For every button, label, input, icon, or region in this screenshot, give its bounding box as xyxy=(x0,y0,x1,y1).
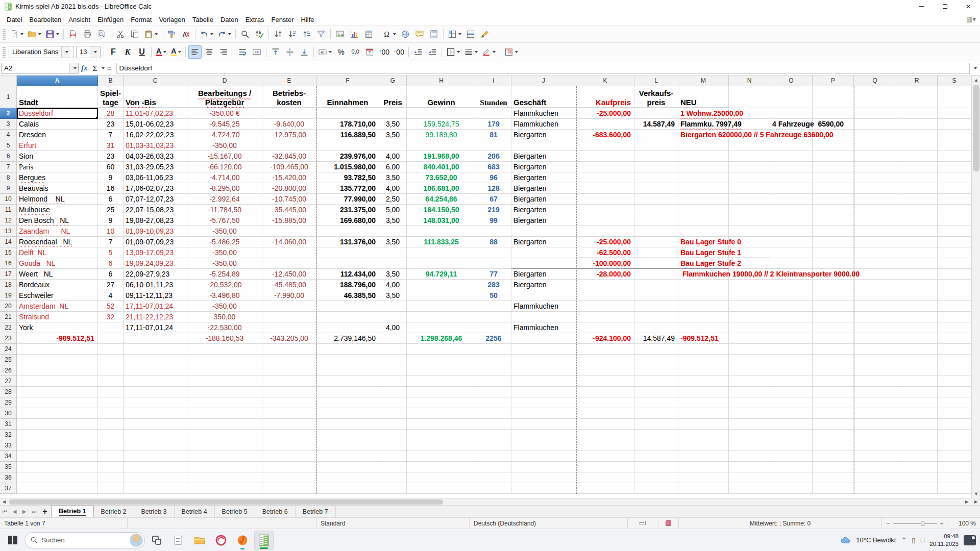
cell-E12[interactable]: -15.885,00 xyxy=(262,215,316,226)
cell-I21[interactable] xyxy=(476,312,511,322)
cell-S25[interactable] xyxy=(938,355,971,365)
cell-L1[interactable]: Verkaufs-preis xyxy=(634,86,678,108)
cell-G31[interactable] xyxy=(379,419,407,430)
cell-G9[interactable]: 4,00 xyxy=(379,183,407,194)
cell-I31[interactable] xyxy=(476,419,511,430)
cell-J10[interactable]: Biergarten xyxy=(511,194,576,205)
freeze-panes-button-dropdown[interactable] xyxy=(458,33,461,35)
cell-K2[interactable]: -25.000,00 xyxy=(576,108,634,119)
highlighting-color-button[interactable]: A xyxy=(169,45,183,59)
cell-E4[interactable]: -12.975,00 xyxy=(262,130,316,140)
cell-M20[interactable] xyxy=(678,301,729,312)
cell-K4[interactable]: -683.600,00 xyxy=(576,130,634,140)
cell-N25[interactable] xyxy=(729,355,770,365)
cell-G18[interactable]: 4,00 xyxy=(379,280,407,290)
cell-R20[interactable] xyxy=(896,301,938,312)
cell-B6[interactable]: 23 xyxy=(98,151,124,162)
cell-J29[interactable] xyxy=(511,397,576,408)
cell-S37[interactable] xyxy=(938,483,971,494)
cell-Q18[interactable] xyxy=(854,280,896,290)
cell-M18[interactable] xyxy=(678,280,729,290)
cell-G21[interactable] xyxy=(379,312,407,322)
cell-E15[interactable] xyxy=(262,247,316,258)
file-explorer-icon[interactable] xyxy=(190,531,209,550)
cell-G7[interactable]: 6,00 xyxy=(379,162,407,172)
cell-B22[interactable] xyxy=(98,322,124,333)
cell-D28[interactable] xyxy=(187,387,262,397)
cell-E19[interactable]: -7.990,00 xyxy=(262,290,316,301)
weather-text[interactable]: 10°C Bewölkt xyxy=(856,536,896,544)
cell-M4[interactable]: Biergarten 620000,00 // 5 Fahrzeuge 6360… xyxy=(678,130,729,140)
cell-N6[interactable] xyxy=(729,151,770,162)
cell-F21[interactable] xyxy=(316,312,379,322)
cell-P35[interactable] xyxy=(813,462,854,472)
cell-J20[interactable]: Flammkuchen xyxy=(511,301,576,312)
cell-Q28[interactable] xyxy=(854,387,896,397)
cell-M23[interactable]: -909.512,51 xyxy=(678,333,729,344)
cell-I32[interactable] xyxy=(476,430,511,440)
cell-S28[interactable] xyxy=(938,387,971,397)
document-modified-icon[interactable] xyxy=(658,518,679,529)
cell-P8[interactable] xyxy=(813,172,854,183)
cell-Q5[interactable] xyxy=(854,140,896,151)
cell-G36[interactable] xyxy=(379,472,407,483)
scroll-right-arrow[interactable]: ▶ xyxy=(963,499,971,504)
start-button[interactable] xyxy=(4,532,21,549)
cell-B8[interactable]: 9 xyxy=(98,172,124,183)
row-header-1[interactable]: 1 xyxy=(0,86,17,108)
cell-P25[interactable] xyxy=(813,355,854,365)
cell-I4[interactable]: 81 xyxy=(476,130,511,140)
cell-S34[interactable] xyxy=(938,451,971,462)
cell-F2[interactable] xyxy=(316,108,379,119)
cell-K17[interactable]: -28.000,00 xyxy=(576,269,634,280)
cell-K14[interactable]: -25.000,00 xyxy=(576,237,634,247)
cell-I33[interactable] xyxy=(476,440,511,451)
cell-F34[interactable] xyxy=(316,451,379,462)
horizontal-scrollbar[interactable]: ◀ ▶ ▶ xyxy=(0,498,980,505)
cell-A3[interactable]: Calais xyxy=(17,119,98,130)
cell-S19[interactable] xyxy=(938,290,971,301)
row-header-26[interactable]: 26 xyxy=(0,365,17,376)
cell-C9[interactable]: 17,06-02,07,23 xyxy=(124,183,187,194)
cell-M6[interactable] xyxy=(678,151,729,162)
cell-H13[interactable] xyxy=(407,226,476,237)
cell-C22[interactable]: 17,11-07,01,24 xyxy=(124,322,187,333)
undo-button-dropdown[interactable] xyxy=(210,33,213,35)
sort-button[interactable] xyxy=(272,28,285,41)
cell-L10[interactable] xyxy=(634,194,678,205)
cell-P10[interactable] xyxy=(813,194,854,205)
cell-K21[interactable] xyxy=(576,312,634,322)
network-display-icon[interactable]: ⌸ xyxy=(920,536,924,544)
cell-M11[interactable] xyxy=(678,205,729,215)
cell-Q14[interactable] xyxy=(854,237,896,247)
cell-H29[interactable] xyxy=(407,397,476,408)
cell-M7[interactable] xyxy=(678,162,729,172)
cell-O2[interactable] xyxy=(770,108,813,119)
borders-button-dropdown[interactable] xyxy=(457,51,460,53)
cell-F4[interactable]: 116.889,50 xyxy=(316,130,379,140)
cell-S11[interactable] xyxy=(938,205,971,215)
cell-A19[interactable]: Eschweiler xyxy=(17,290,98,301)
cell-B31[interactable] xyxy=(98,419,124,430)
pivot-table-button[interactable] xyxy=(362,28,375,41)
cell-J32[interactable] xyxy=(511,430,576,440)
cell-L28[interactable] xyxy=(634,387,678,397)
cell-C7[interactable]: 31,03-29,05,23 xyxy=(124,162,187,172)
cell-G12[interactable]: 3,50 xyxy=(379,215,407,226)
cell-B1[interactable]: Spiel-tage xyxy=(98,86,124,108)
cell-O13[interactable] xyxy=(770,226,813,237)
row-header-14[interactable]: 14 xyxy=(0,237,17,247)
autosum-icon[interactable]: Σ xyxy=(93,64,97,72)
cell-K26[interactable] xyxy=(576,365,634,376)
cell-H25[interactable] xyxy=(407,355,476,365)
cell-M16[interactable]: Bau Lager Stufe 2 xyxy=(678,258,729,269)
cell-S24[interactable] xyxy=(938,344,971,355)
cell-L12[interactable] xyxy=(634,215,678,226)
cell-O27[interactable] xyxy=(770,376,813,387)
column-header-Q[interactable]: Q xyxy=(854,76,896,86)
cell-P28[interactable] xyxy=(813,387,854,397)
cell-Q27[interactable] xyxy=(854,376,896,387)
cell-S12[interactable] xyxy=(938,215,971,226)
menu-extras[interactable]: Extras xyxy=(242,15,268,24)
cell-P16[interactable] xyxy=(813,258,854,269)
